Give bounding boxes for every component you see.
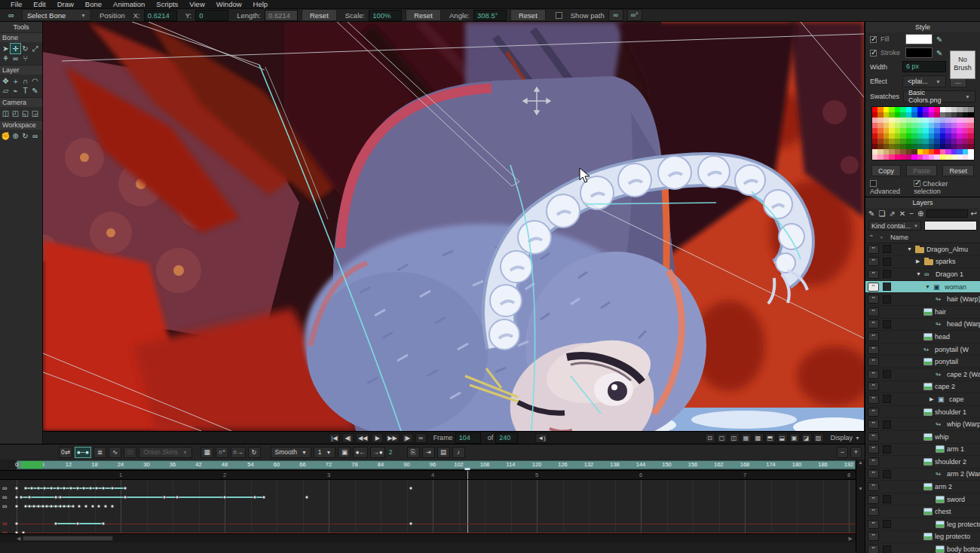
layer-visibility-toggle[interactable]: ’’ xyxy=(868,445,879,454)
palette-swatch[interactable] xyxy=(900,123,906,128)
layer-row[interactable]: ’’ whip (Warp) xyxy=(865,418,980,431)
palette-swatch[interactable] xyxy=(968,154,974,160)
grid-toggle-button[interactable]: ⬓ xyxy=(777,433,788,443)
stroke-eyedropper-icon[interactable]: ✎ xyxy=(936,49,942,57)
palette-swatch[interactable] xyxy=(968,112,974,118)
show-path-checkbox[interactable] xyxy=(556,12,562,19)
palette-swatch[interactable] xyxy=(906,118,912,123)
palette-swatch[interactable] xyxy=(923,139,929,144)
keyframe-span[interactable] xyxy=(56,523,103,524)
palette-swatch[interactable] xyxy=(895,123,901,128)
palette-swatch[interactable] xyxy=(929,112,935,118)
palette-swatch[interactable] xyxy=(951,154,957,160)
keyframe-dot[interactable] xyxy=(90,505,94,509)
palette-swatch[interactable] xyxy=(895,154,901,160)
palette-swatch[interactable] xyxy=(895,112,901,118)
push-frames-button[interactable]: ⇥ xyxy=(422,447,435,458)
palette-swatch[interactable] xyxy=(968,118,974,123)
layer-checkbox[interactable] xyxy=(883,420,891,429)
layer-visibility-toggle[interactable]: ’’ xyxy=(868,482,879,491)
keyframe-dot[interactable] xyxy=(28,496,32,500)
palette-swatch[interactable] xyxy=(934,144,940,149)
add-point-tool[interactable]: ＋ xyxy=(11,76,20,86)
copy-style-button[interactable]: Copy xyxy=(871,165,901,176)
keyframe-dot[interactable] xyxy=(123,496,127,500)
palette-swatch[interactable] xyxy=(945,133,951,139)
layer-row[interactable]: ’’ body bottom xyxy=(865,543,980,553)
stroke-color-swatch[interactable] xyxy=(905,47,933,58)
keyframe-dot[interactable] xyxy=(103,505,107,509)
layer-row[interactable]: ’’ arm 2 xyxy=(865,481,980,493)
zoom-camera-tool[interactable]: ◰ xyxy=(11,108,20,118)
motion-graph-button[interactable]: ∿ xyxy=(109,447,121,458)
palette-swatch[interactable] xyxy=(906,133,912,139)
transform-layer-tool[interactable]: ✥ xyxy=(1,76,11,86)
palette-swatch[interactable] xyxy=(911,118,917,123)
palette-swatch[interactable] xyxy=(884,112,890,118)
palette-swatch[interactable] xyxy=(940,112,946,118)
effect-dropdown[interactable]: <plai...▼ xyxy=(902,75,946,87)
keyframe-dot[interactable] xyxy=(63,505,66,509)
paste-style-button[interactable]: Paste xyxy=(906,165,937,176)
keyframe-dot[interactable] xyxy=(75,487,79,490)
layer-row[interactable]: ’’ chest xyxy=(865,506,980,518)
keyframe-dot[interactable] xyxy=(97,505,101,509)
palette-swatch[interactable] xyxy=(917,133,923,139)
palette-swatch[interactable] xyxy=(917,128,923,133)
palette-swatch[interactable] xyxy=(872,154,878,160)
advanced-checkbox[interactable] xyxy=(870,180,877,187)
shear-layer-tool[interactable]: ▱ xyxy=(1,86,11,96)
layer-visibility-toggle[interactable]: ’’ xyxy=(868,532,879,541)
palette-swatch[interactable] xyxy=(884,149,890,154)
layer-visibility-toggle[interactable]: ’’ xyxy=(868,370,879,379)
palette-swatch[interactable] xyxy=(877,112,884,118)
layer-row[interactable]: ’’ shoulder 1 xyxy=(865,406,980,419)
layer-checkbox[interactable] xyxy=(883,495,891,503)
select-bone-tool[interactable]: ➤ xyxy=(1,44,11,53)
layer-checkbox[interactable] xyxy=(883,470,891,478)
keyframe-dot[interactable] xyxy=(36,487,40,490)
layer-visibility-toggle[interactable]: ’’ xyxy=(868,545,879,553)
rewind-to-zero-button[interactable]: 0⇄ xyxy=(59,447,72,458)
layer-row[interactable]: ’’ ▼ woman xyxy=(865,281,980,294)
palette-swatch[interactable] xyxy=(951,128,957,133)
keyframe-dot[interactable] xyxy=(45,505,49,509)
palette-swatch[interactable] xyxy=(923,154,929,160)
keyframe-dot[interactable] xyxy=(58,496,62,500)
palette-swatch[interactable] xyxy=(884,144,890,149)
palette-swatch[interactable] xyxy=(923,112,929,118)
keyframe-dot[interactable] xyxy=(69,487,72,490)
palette-swatch[interactable] xyxy=(963,123,969,128)
expand-arrow-icon[interactable]: ▶ xyxy=(929,396,936,402)
palette-swatch[interactable] xyxy=(877,123,884,128)
palette-swatch[interactable] xyxy=(929,144,935,149)
split-2-view-button[interactable]: ◫ xyxy=(729,433,740,443)
play-button[interactable]: ▶ xyxy=(372,433,383,443)
palette-swatch[interactable] xyxy=(951,144,957,149)
palette-swatch[interactable] xyxy=(900,112,906,118)
palette-swatch[interactable] xyxy=(911,123,917,128)
follow-path-tool[interactable]: ◠ xyxy=(30,76,40,86)
prev-key-button[interactable]: ●← xyxy=(353,447,368,458)
reference-layer-button[interactable]: ⇗ xyxy=(889,209,895,218)
layer-visibility-toggle[interactable]: ’’ xyxy=(868,420,879,429)
palette-swatch[interactable] xyxy=(872,144,878,149)
palette-swatch[interactable] xyxy=(917,154,923,160)
palette-swatch[interactable] xyxy=(957,123,963,128)
palette-swatch[interactable] xyxy=(889,133,895,139)
layer-visibility-toggle[interactable]: ’’ xyxy=(868,507,879,516)
rotate-bone-tool[interactable]: ↻ xyxy=(20,44,30,53)
layer-channels-button[interactable]: ≣ xyxy=(93,447,106,458)
palette-swatch[interactable] xyxy=(884,154,890,160)
palette-swatch[interactable] xyxy=(889,154,895,160)
scroll-right-arrow-icon[interactable]: ▶ xyxy=(849,536,853,542)
stroke-checkbox[interactable] xyxy=(870,50,877,57)
keyframe-dot[interactable] xyxy=(84,505,88,509)
palette-swatch[interactable] xyxy=(895,144,901,149)
prev-keyframe-button[interactable]: ◀| xyxy=(342,433,354,443)
palette-swatch[interactable] xyxy=(945,144,951,149)
palette-swatch[interactable] xyxy=(940,128,946,133)
palette-swatch[interactable] xyxy=(957,107,963,112)
palette-swatch[interactable] xyxy=(884,118,890,123)
palette-swatch[interactable] xyxy=(884,133,890,139)
